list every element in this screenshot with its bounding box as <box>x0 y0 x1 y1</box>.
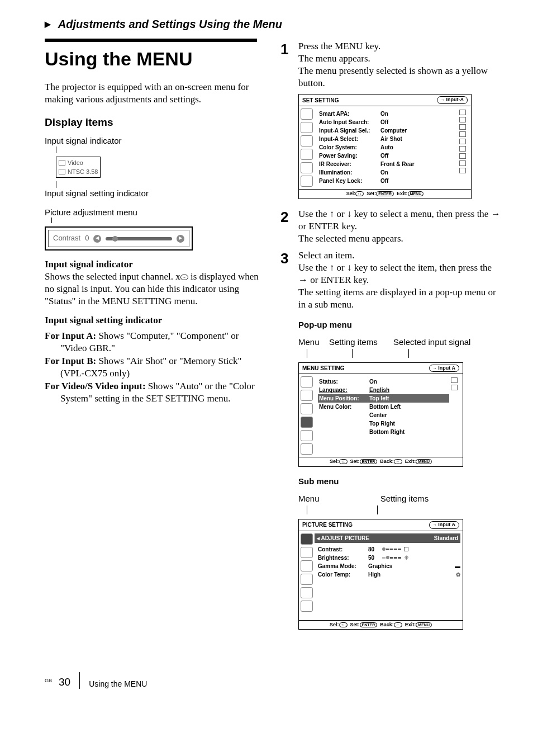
footer-caption: Using the MENU <box>89 679 147 689</box>
osd-title: MENU SETTING <box>302 365 345 372</box>
menu-callout-label: Menu <box>298 337 329 348</box>
step-1-number: 1 <box>280 40 293 204</box>
input-signal-indicator-label: Input signal indicator <box>45 135 266 147</box>
indicator-line1: Video <box>68 159 83 167</box>
contrast-value: 0 <box>85 234 89 243</box>
right-arrow-icon: → <box>298 275 308 285</box>
set-setting-osd: SET SETTING → Input-A Smart APA:On Auto … <box>298 94 472 199</box>
slider-track <box>106 237 172 240</box>
no-signal-icon: → <box>180 275 188 280</box>
right-column: 1 Press the MENU key. The menu appears. … <box>280 36 502 639</box>
popup-menu-label: Pop-up menu <box>298 319 502 330</box>
osd-right-icons <box>458 110 468 186</box>
breadcrumb-text: Adjustments and Settings Using the Menu <box>58 18 282 30</box>
iss-input-b: For Input B: Shows "Air Shot" or "Memory… <box>45 355 266 380</box>
step-3-line3: The setting items are displayed in a pop… <box>298 286 502 311</box>
page-footer: GB 30 Using the MENU <box>45 672 502 689</box>
slider-left-icon: ◀ <box>93 235 101 243</box>
slider-right-icon: ▶ <box>177 235 184 243</box>
contrast-label: Contrast <box>53 234 80 243</box>
osd-menu-icons <box>299 106 315 189</box>
footer-page-number: 30 <box>59 675 70 689</box>
left-column: Using the MENU The projector is equipped… <box>45 36 266 639</box>
picture-setting-osd: PICTURE SETTING → Input A ◂ ADJUST PICTU… <box>298 519 463 630</box>
step-1-line2: The menu appears. <box>298 53 502 65</box>
submenu-labels-row: Menu Setting items <box>298 493 502 504</box>
input-signal-setting-indicator-label: Input signal setting indicator <box>45 188 266 199</box>
osd-footer: Sel:↑↓ Set:ENTER Exit:MENU <box>299 189 471 199</box>
step-3-line1: Select an item. <box>298 249 502 262</box>
title-rule <box>45 39 257 42</box>
step-1: 1 Press the MENU key. The menu appears. … <box>280 40 502 204</box>
isi-heading: Input signal indicator <box>45 259 133 270</box>
indicator-box: Video NTSC 3.58 <box>56 157 101 178</box>
display-items-heading: Display items <box>45 116 266 130</box>
step-1-line1: Press the MENU key. <box>298 40 502 53</box>
page-title: Using the MENU <box>45 46 266 71</box>
osd-input: Input A <box>438 522 455 527</box>
osd-input: Input A <box>438 365 455 371</box>
adjustment-box: Contrast 0 ◀ ▶ <box>45 226 193 251</box>
step-2-line2: The selected menu appears. <box>298 233 502 245</box>
menu-setting-osd: MENU SETTING → Input A Status:On Languag… <box>298 362 463 467</box>
right-arrow-icon: → <box>491 209 501 219</box>
osd-input: Input-A <box>446 97 464 102</box>
osd-title: PICTURE SETTING <box>302 521 353 528</box>
osd-rows: Smart APA:On Auto Input Search:Off Input… <box>319 110 458 186</box>
indicator-line2: NTSC 3.58 <box>68 168 98 176</box>
signal-icon <box>59 169 65 174</box>
popup-labels-row: Menu Setting items Selected input signal <box>298 337 502 348</box>
step-3-number: 3 <box>280 249 293 634</box>
intro-text: The projector is equipped with an on-scr… <box>45 81 266 106</box>
osd-title: SET SETTING <box>302 97 339 104</box>
breadcrumb-arrow-icon: ▶ <box>45 20 51 29</box>
isi-body1: Shows the selected input channel. x <box>45 271 180 282</box>
up-arrow-icon: ↑ <box>330 209 335 219</box>
step-1-line3: The menu presently selected is shown as … <box>298 65 502 89</box>
iss-input-a: For Input A: Shows "Computer," "Componen… <box>45 330 266 355</box>
setting-items-callout-label: Setting items <box>329 337 393 348</box>
step-3-line2: Use the ↑ or ↓ key to select the item, t… <box>298 262 502 286</box>
iss-video: For Video/S Video input: Shows "Auto" or… <box>45 380 266 405</box>
step-2-line1: Use the ↑ or ↓ key to select a menu, the… <box>298 208 502 233</box>
sub-menu-label: Sub menu <box>298 476 502 487</box>
iss-heading: Input signal setting indicator <box>45 315 162 325</box>
picture-adjustment-menu-label: Picture adjustment menu <box>45 207 266 218</box>
step-2-number: 2 <box>280 208 293 245</box>
setting-items-callout-label-2: Setting items <box>329 493 480 504</box>
step-2: 2 Use the ↑ or ↓ key to select a menu, t… <box>280 208 502 245</box>
footer-gb: GB <box>45 678 52 684</box>
breadcrumb-section: ▶ Adjustments and Settings Using the Men… <box>45 17 502 31</box>
selected-input-signal-label: Selected input signal <box>393 337 502 348</box>
input-icon <box>59 160 65 166</box>
up-arrow-icon: ↑ <box>330 262 335 273</box>
step-3: 3 Select an item. Use the ↑ or ↓ key to … <box>280 249 502 634</box>
menu-callout-label-2: Menu <box>298 493 329 504</box>
